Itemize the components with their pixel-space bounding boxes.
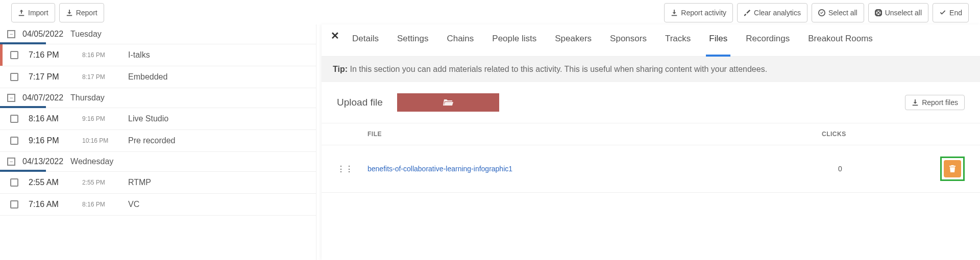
folder-open-icon xyxy=(443,98,453,107)
row-time-primary: 8:16 AM xyxy=(29,114,72,123)
end-button[interactable]: End xyxy=(933,3,969,22)
row-title: Embedded xyxy=(128,72,167,82)
tab-settings[interactable]: Settings xyxy=(397,34,428,49)
report-activity-button[interactable]: Report activity xyxy=(664,3,733,22)
tab-speakers[interactable]: Speakers xyxy=(555,34,592,49)
tip-label: Tip: xyxy=(333,65,348,73)
checkbox[interactable] xyxy=(10,115,18,123)
checkbox[interactable] xyxy=(10,73,18,81)
tab-bar: Details Settings Chains People lists Spe… xyxy=(322,24,980,57)
collapse-icon[interactable]: − xyxy=(7,30,15,38)
schedule-row[interactable]: 7:16 AM 8:16 PM VC xyxy=(0,194,316,216)
report-button[interactable]: Report xyxy=(59,3,104,22)
row-title: VC xyxy=(128,200,139,209)
checkbox[interactable] xyxy=(10,200,18,209)
collapse-icon[interactable]: − xyxy=(7,158,15,166)
tab-tracks[interactable]: Tracks xyxy=(665,34,691,49)
check-circle-icon xyxy=(818,9,825,16)
row-time-secondary: 9:16 PM xyxy=(82,115,118,122)
row-title: Pre recorded xyxy=(128,136,176,145)
schedule-row[interactable]: 2:55 AM 2:55 PM RTMP xyxy=(0,172,316,194)
tab-breakout-rooms[interactable]: Breakout Rooms xyxy=(808,34,873,49)
top-toolbar: Import Report Report activity Clear anal… xyxy=(0,3,980,22)
report-files-button[interactable]: Report files xyxy=(905,95,965,110)
col-file: FILE xyxy=(368,131,822,138)
tab-chains[interactable]: Chains xyxy=(447,34,474,49)
row-time-secondary: 8:17 PM xyxy=(82,73,118,81)
upload-icon xyxy=(18,9,25,16)
x-circle-icon xyxy=(875,9,882,16)
import-button[interactable]: Import xyxy=(11,3,55,22)
day-date: 04/07/2022 xyxy=(22,93,63,102)
detail-panel: ✕ Details Settings Chains People lists S… xyxy=(322,24,980,260)
upload-row: Upload file Report files xyxy=(322,82,980,123)
schedule-row[interactable]: 7:16 PM 8:16 PM I-talks xyxy=(0,44,316,66)
toolbar-right: Report activity Clear analytics Select a… xyxy=(664,3,969,22)
row-title: RTMP xyxy=(128,178,151,187)
report-label: Report xyxy=(76,9,97,17)
download-icon xyxy=(912,99,919,106)
day-header[interactable]: − 04/13/2022 Wednesday xyxy=(0,152,316,172)
day-date: 04/05/2022 xyxy=(22,30,63,39)
col-clicks: CLICKS xyxy=(822,131,924,138)
day-dow: Wednesday xyxy=(70,157,113,166)
day-dow: Thursday xyxy=(70,93,105,102)
row-time-primary: 7:16 AM xyxy=(29,200,72,209)
import-label: Import xyxy=(28,9,48,17)
file-clicks: 0 xyxy=(838,165,940,173)
tip-banner: Tip: In this section you can add materia… xyxy=(322,57,980,82)
delete-button[interactable] xyxy=(944,160,961,177)
drag-handle-icon[interactable]: ⋮⋮ xyxy=(337,164,368,174)
row-time-secondary: 2:55 PM xyxy=(82,179,118,186)
upload-button[interactable] xyxy=(397,93,499,112)
row-title: I-talks xyxy=(128,50,150,60)
row-time-primary: 2:55 AM xyxy=(29,178,72,187)
checkbox[interactable] xyxy=(10,137,18,145)
row-time-primary: 7:16 PM xyxy=(29,50,72,60)
day-header[interactable]: − 04/07/2022 Thursday xyxy=(0,88,316,108)
file-link[interactable]: benefits-of-collaborative-learning-infog… xyxy=(368,165,838,173)
trash-icon xyxy=(949,165,956,173)
row-title: Live Studio xyxy=(128,114,168,123)
clear-analytics-label: Clear analytics xyxy=(754,9,801,17)
check-icon xyxy=(939,9,946,16)
download-icon xyxy=(66,9,73,16)
collapse-icon[interactable]: − xyxy=(7,94,15,102)
row-time-secondary: 8:16 PM xyxy=(82,201,118,208)
report-activity-label: Report activity xyxy=(681,9,726,17)
row-time-secondary: 10:16 PM xyxy=(82,137,118,144)
row-time-primary: 9:16 PM xyxy=(29,136,72,145)
checkbox[interactable] xyxy=(10,178,18,187)
tab-people-lists[interactable]: People lists xyxy=(492,34,536,49)
tab-files[interactable]: Files xyxy=(709,34,727,49)
file-table-head: FILE CLICKS xyxy=(322,123,980,145)
end-label: End xyxy=(949,9,962,17)
select-all-button[interactable]: Select all xyxy=(812,3,864,22)
row-time-primary: 7:17 PM xyxy=(29,72,72,82)
day-header[interactable]: − 04/05/2022 Tuesday xyxy=(0,24,316,44)
delete-highlight xyxy=(940,157,965,181)
tab-sponsors[interactable]: Sponsors xyxy=(610,34,647,49)
tab-recordings[interactable]: Recordings xyxy=(746,34,790,49)
schedule-row[interactable]: 8:16 AM 9:16 PM Live Studio xyxy=(0,108,316,130)
report-files-label: Report files xyxy=(922,98,958,107)
brush-icon xyxy=(744,9,751,16)
row-time-secondary: 8:16 PM xyxy=(82,51,118,59)
clear-analytics-button[interactable]: Clear analytics xyxy=(737,3,807,22)
upload-label: Upload file xyxy=(337,97,383,108)
unselect-all-button[interactable]: Unselect all xyxy=(868,3,928,22)
close-icon[interactable]: ✕ xyxy=(327,28,344,44)
checkbox[interactable] xyxy=(10,51,18,59)
file-row: ⋮⋮ benefits-of-collaborative-learning-in… xyxy=(322,145,980,193)
day-dow: Tuesday xyxy=(70,30,102,39)
unselect-all-label: Unselect all xyxy=(885,9,922,17)
schedule-list: − 04/05/2022 Tuesday 7:16 PM 8:16 PM I-t… xyxy=(0,24,316,260)
day-date: 04/13/2022 xyxy=(22,157,63,166)
select-all-label: Select all xyxy=(828,9,857,17)
schedule-row[interactable]: 9:16 PM 10:16 PM Pre recorded xyxy=(0,130,316,152)
tab-details[interactable]: Details xyxy=(352,34,379,49)
toolbar-left: Import Report xyxy=(11,3,104,22)
schedule-row[interactable]: 7:17 PM 8:17 PM Embedded xyxy=(0,66,316,88)
tip-text: In this section you can add materials re… xyxy=(350,65,767,73)
download-icon xyxy=(671,9,678,16)
